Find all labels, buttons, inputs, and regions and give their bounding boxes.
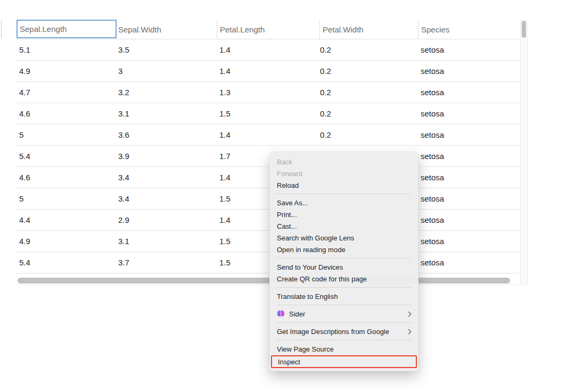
menu-item-label: Translate to English — [277, 293, 412, 301]
column-header-species[interactable]: Species — [418, 20, 449, 39]
browser-page: Sepal.Length Sepal.Width Petal.Length Pe… — [0, 0, 567, 392]
table-cell: 1.7 — [219, 146, 231, 166]
table-cell: 3.6 — [118, 124, 129, 145]
menu-item-sider[interactable]: Sider — [269, 308, 418, 320]
table-header-row: Sepal.Length Sepal.Width Petal.Length Pe… — [0, 20, 528, 39]
table-cell: 3.4 — [118, 167, 129, 188]
table-cell: 1.4 — [219, 61, 231, 81]
table-cell: 1.5 — [219, 231, 231, 252]
table-cell: 1.4 — [219, 39, 231, 60]
table-right-edge — [527, 20, 528, 285]
table-row: 4.42.91.4setosa — [15, 210, 520, 231]
menu-item-reload[interactable]: Reload — [269, 179, 418, 191]
table-cell: setosa — [421, 61, 444, 81]
table-cell: setosa — [421, 231, 444, 252]
table-cell: 2.9 — [118, 210, 129, 230]
menu-item-send-to-your-devices[interactable]: Send to Your Devices — [269, 261, 418, 273]
table-cell: 5.4 — [19, 146, 30, 166]
table-cell: 1.5 — [219, 103, 231, 124]
menu-item-label: Inspect — [278, 358, 411, 366]
horizontal-scrollbar-thumb[interactable] — [18, 278, 510, 283]
table-cell: 4.9 — [19, 231, 30, 252]
menu-item-label: Save As... — [277, 199, 412, 207]
table-row: 4.93.11.5setosa — [15, 231, 520, 252]
column-header-sepal-length[interactable]: Sepal.Length — [17, 20, 117, 38]
table-cell: 4.9 — [19, 61, 30, 81]
menu-item-label: Open in reading mode — [277, 246, 412, 254]
menu-item-print[interactable]: Print... — [269, 208, 418, 220]
table-body: 5.13.51.40.2setosa4.931.40.2setosa4.73.2… — [15, 39, 520, 273]
menu-separator — [277, 305, 411, 305]
table-row: 4.63.11.50.2setosa — [15, 103, 520, 124]
table-cell: 0.2 — [320, 39, 331, 60]
column-header-sepal-width[interactable]: Sepal.Width — [118, 20, 161, 39]
menu-item-save-as[interactable]: Save As... — [269, 197, 418, 208]
table-cell: setosa — [421, 124, 444, 145]
table-cell: 4.6 — [19, 167, 30, 188]
menu-item-label: Send to Your Devices — [277, 263, 412, 271]
table-cell: 5 — [19, 124, 23, 145]
table-cell: 0.2 — [320, 82, 331, 103]
table-row: 53.41.5setosa — [15, 188, 520, 210]
menu-separator — [277, 340, 411, 340]
table-cell: setosa — [421, 188, 444, 209]
submenu-chevron-icon — [406, 329, 412, 334]
table-cell: setosa — [421, 167, 444, 188]
table-cell: 3.7 — [118, 252, 129, 273]
table-cell: setosa — [421, 252, 444, 273]
vertical-scrollbar-thumb[interactable] — [522, 21, 526, 38]
menu-item-label: Cast... — [277, 222, 412, 230]
table-cell: 4.4 — [19, 210, 30, 230]
menu-separator — [277, 322, 411, 323]
menu-item-create-qr-code[interactable]: Create QR code for this page — [269, 273, 418, 285]
column-header-petal-width[interactable]: Petal.Width — [319, 20, 364, 39]
menu-item-label: Sider — [289, 310, 407, 318]
table-row: 53.61.40.2setosa — [15, 124, 520, 146]
submenu-chevron-icon — [406, 311, 412, 316]
table-cell: setosa — [421, 103, 444, 124]
table-cell: 3.4 — [118, 188, 129, 209]
menu-item-search-with-google-lens[interactable]: Search with Google Lens — [269, 232, 418, 244]
context-menu: BackForwardReloadSave As...Print...Cast.… — [269, 152, 418, 371]
table-cell: 1.4 — [219, 167, 231, 188]
table-cell: 3.5 — [118, 39, 129, 60]
menu-item-label: View Page Source — [277, 345, 412, 353]
table-cell: 1.4 — [219, 210, 231, 230]
sider-brain-icon — [277, 310, 285, 318]
column-header-petal-length[interactable]: Petal.Length — [217, 20, 265, 39]
table-row: 5.43.71.5setosa — [15, 252, 520, 273]
menu-separator — [277, 287, 411, 288]
table-cell: 3.9 — [118, 146, 129, 166]
menu-item-label: Get Image Descriptions from Google — [277, 328, 407, 336]
menu-item-translate-to-english[interactable]: Translate to English — [269, 290, 418, 302]
table-row: 5.43.91.7setosa — [15, 146, 520, 167]
table-cell: 0.2 — [320, 124, 331, 145]
menu-item-view-page-source[interactable]: View Page Source — [269, 343, 418, 355]
table-cell: 5 — [19, 188, 23, 209]
table-cell: setosa — [421, 210, 444, 230]
menu-item-open-in-reading-mode[interactable]: Open in reading mode — [269, 244, 418, 255]
table-cell: 3.1 — [118, 231, 129, 252]
menu-item-forward: Forward — [269, 168, 418, 179]
menu-item-back: Back — [269, 156, 418, 168]
table-cell: 3 — [118, 61, 122, 81]
menu-item-get-image-descriptions[interactable]: Get Image Descriptions from Google — [269, 326, 418, 337]
menu-item-label: Print... — [277, 211, 412, 219]
table-cell: 5.4 — [19, 252, 30, 273]
table-cell: 1.4 — [219, 124, 231, 145]
vertical-scrollbar-track[interactable] — [520, 20, 527, 285]
table-cell: setosa — [421, 82, 444, 103]
table-cell: setosa — [421, 146, 444, 166]
table-cell: 4.7 — [19, 82, 30, 103]
menu-item-label: Search with Google Lens — [277, 234, 412, 242]
table-cell: 1.5 — [219, 188, 231, 209]
table-cell: 0.2 — [320, 61, 331, 81]
table-row: 5.13.51.40.2setosa — [15, 39, 520, 61]
table-cell: 0.2 — [320, 103, 331, 124]
table-cell: setosa — [421, 39, 444, 60]
table-cell: 5.1 — [19, 39, 30, 60]
menu-item-inspect[interactable]: Inspect — [271, 355, 417, 368]
menu-item-label: Reload — [277, 181, 412, 189]
menu-item-cast[interactable]: Cast... — [269, 220, 418, 232]
menu-separator — [277, 194, 411, 194]
